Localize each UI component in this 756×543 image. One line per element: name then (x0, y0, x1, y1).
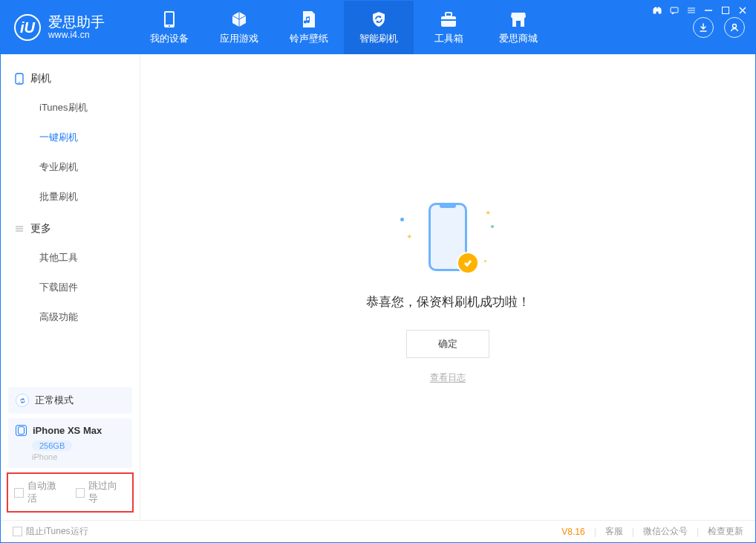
svg-rect-11 (441, 16, 456, 27)
logo-text: 爱思助手 www.i4.cn (48, 15, 105, 41)
sidebar-section-flash: 刷机 iTunes刷机 一键刷机 专业刷机 批量刷机 (1, 65, 140, 215)
mode-box[interactable]: 正常模式 (8, 387, 132, 414)
window-controls (652, 5, 748, 16)
sidebar-item-oneclick-flash[interactable]: 一键刷机 (1, 123, 140, 152)
device-icon (160, 10, 178, 28)
sidebar-heading-flash: 刷机 (1, 65, 140, 93)
shield-refresh-icon (370, 10, 388, 28)
result-message: 恭喜您，保资料刷机成功啦！ (366, 293, 530, 310)
nav-tabs: 我的设备 应用游戏 铃声壁纸 智能刷机 工具箱 爱思商城 (134, 1, 553, 54)
logo: iU 爱思助手 www.i4.cn (1, 1, 134, 54)
sidebar-item-batch-flash[interactable]: 批量刷机 (1, 182, 140, 212)
phone-small-icon (16, 425, 27, 436)
list-icon (14, 224, 25, 234)
menu-icon[interactable] (686, 5, 697, 16)
close-icon[interactable] (737, 5, 748, 16)
device-box[interactable]: iPhone XS Max 256GB iPhone (8, 418, 132, 468)
tab-ringtone-wallpaper[interactable]: 铃声壁纸 (274, 1, 344, 54)
sidebar-item-itunes-flash[interactable]: iTunes刷机 (1, 93, 140, 123)
main-content: ✦✦ 恭喜您，保资料刷机成功啦！ 确定 查看日志 (140, 54, 755, 520)
tab-label: 智能刷机 (359, 32, 398, 45)
tab-store[interactable]: 爱思商城 (483, 1, 553, 54)
checkbox-label: 自动激活 (27, 480, 65, 505)
success-illustration: ✦✦ (418, 203, 478, 277)
checkbox-label: 阻止iTunes运行 (26, 525, 88, 538)
cube-icon (230, 10, 248, 28)
account-button[interactable] (724, 17, 745, 38)
tab-label: 铃声壁纸 (290, 32, 328, 45)
checkbox-skip-guide[interactable]: 跳过向导 (76, 480, 127, 505)
app-window: iU 爱思助手 www.i4.cn 我的设备 应用游戏 铃声壁纸 智能刷机 (0, 0, 756, 543)
svg-rect-9 (166, 13, 173, 25)
svg-rect-22 (19, 427, 25, 435)
tab-label: 我的设备 (150, 32, 189, 45)
checkbox-auto-activate[interactable]: 自动激活 (14, 480, 65, 505)
sidebar-bottom: 正常模式 iPhone XS Max 256GB iPhone 自动激活 跳过向… (1, 383, 140, 520)
view-log-link[interactable]: 查看日志 (430, 371, 466, 384)
sidebar-heading-more: 更多 (1, 215, 140, 243)
svg-point-10 (169, 25, 170, 27)
body: 刷机 iTunes刷机 一键刷机 专业刷机 批量刷机 更多 其他工具 下载固件 … (1, 54, 755, 520)
sidebar-item-other-tools[interactable]: 其他工具 (1, 243, 140, 273)
phone-outline-icon (14, 74, 25, 84)
toolbox-icon (440, 10, 457, 28)
music-file-icon (300, 10, 318, 28)
maximize-icon[interactable] (720, 5, 731, 16)
svg-rect-15 (516, 21, 521, 27)
option-highlight-box: 自动激活 跳过向导 (7, 472, 134, 513)
feedback-icon[interactable] (669, 5, 680, 16)
device-capacity: 256GB (32, 440, 72, 451)
tab-apps-games[interactable]: 应用游戏 (204, 1, 274, 54)
tab-smart-flash[interactable]: 智能刷机 (344, 1, 414, 54)
svg-rect-13 (441, 19, 456, 21)
sidebar-item-download-firmware[interactable]: 下载固件 (1, 273, 140, 302)
header: iU 爱思助手 www.i4.cn 我的设备 应用游戏 铃声壁纸 智能刷机 (1, 1, 755, 54)
app-site: www.i4.cn (48, 30, 105, 40)
svg-point-18 (19, 82, 20, 83)
app-name: 爱思助手 (48, 15, 105, 30)
sidebar-scroll: 刷机 iTunes刷机 一键刷机 专业刷机 批量刷机 更多 其他工具 下载固件 … (1, 54, 140, 383)
sidebar-section-more: 更多 其他工具 下载固件 高级功能 (1, 215, 140, 335)
refresh-circle-icon (16, 394, 29, 407)
sidebar-item-pro-flash[interactable]: 专业刷机 (1, 152, 140, 182)
tab-label: 爱思商城 (499, 32, 538, 45)
tab-label: 应用游戏 (220, 32, 258, 45)
store-icon (509, 10, 527, 28)
sidebar-heading-label: 更多 (30, 222, 51, 235)
ok-button[interactable]: 确定 (406, 330, 489, 358)
svg-rect-0 (671, 7, 678, 13)
device-sub: iPhone (32, 452, 125, 461)
device-name: iPhone XS Max (33, 425, 102, 436)
checkbox-block-itunes[interactable]: 阻止iTunes运行 (13, 525, 88, 538)
mode-label: 正常模式 (35, 394, 74, 407)
svg-rect-5 (723, 7, 729, 14)
footer-link-wechat[interactable]: 微信公众号 (643, 525, 688, 538)
sidebar: 刷机 iTunes刷机 一键刷机 专业刷机 批量刷机 更多 其他工具 下载固件 … (1, 54, 140, 520)
skin-icon[interactable] (652, 5, 662, 16)
tab-toolbox[interactable]: 工具箱 (414, 1, 483, 54)
minimize-icon[interactable] (703, 5, 714, 16)
version-label: V8.16 (561, 527, 584, 537)
sidebar-item-advanced[interactable]: 高级功能 (1, 302, 140, 332)
tab-label: 工具箱 (434, 32, 463, 45)
tab-my-device[interactable]: 我的设备 (134, 1, 204, 54)
sidebar-heading-label: 刷机 (30, 72, 51, 85)
logo-icon: iU (14, 14, 41, 41)
footer-link-update[interactable]: 检查更新 (708, 525, 743, 538)
footer-link-cs[interactable]: 客服 (605, 525, 623, 538)
check-badge-icon (457, 252, 479, 274)
svg-point-16 (733, 25, 737, 28)
footer-right: V8.16 | 客服 | 微信公众号 | 检查更新 (561, 525, 743, 538)
checkbox-label: 跳过向导 (88, 480, 126, 505)
device-name-row: iPhone XS Max (16, 425, 125, 436)
svg-rect-12 (446, 13, 452, 16)
footer: 阻止iTunes运行 V8.16 | 客服 | 微信公众号 | 检查更新 (1, 520, 755, 542)
download-button[interactable] (693, 17, 714, 38)
